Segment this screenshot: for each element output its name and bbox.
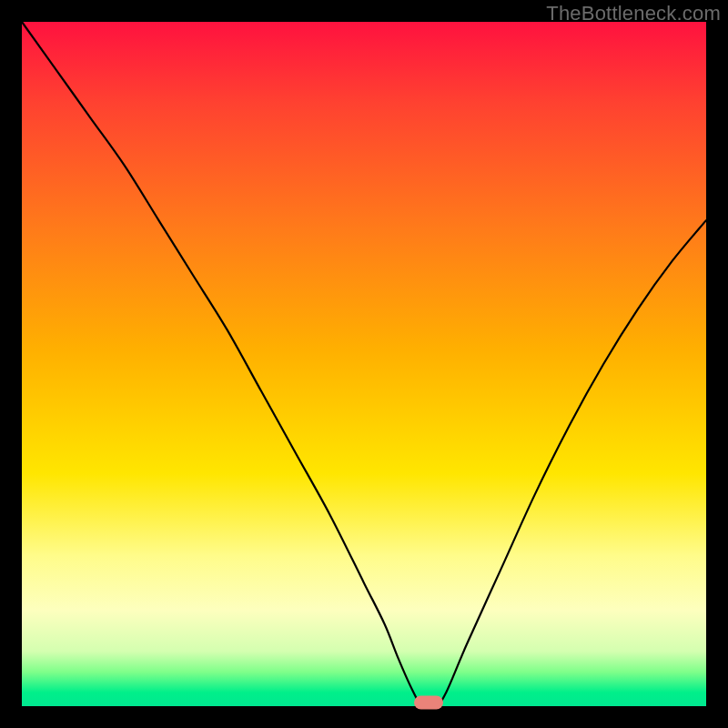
optimal-point-marker <box>414 696 443 710</box>
bottleneck-curve <box>22 22 706 706</box>
chart-stage: TheBottleneck.com <box>0 0 728 728</box>
curve-path <box>22 22 706 708</box>
plot-gradient-background <box>22 22 706 706</box>
